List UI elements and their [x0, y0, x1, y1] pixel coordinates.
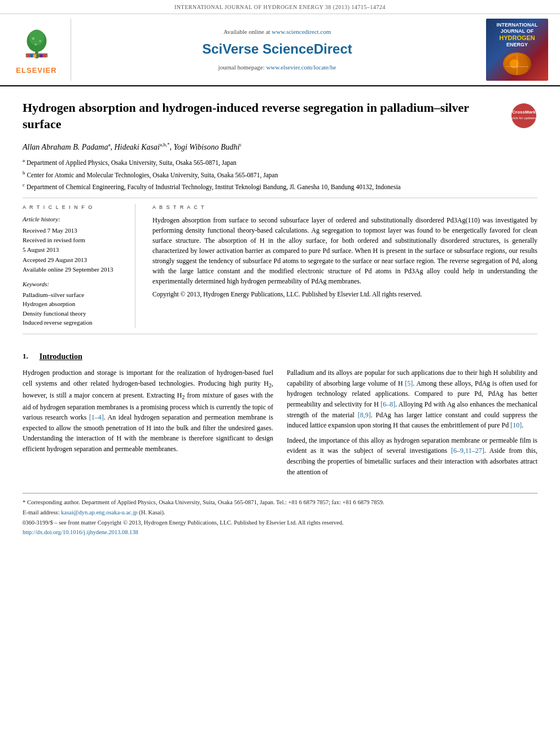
email-label: E-mail address: [23, 509, 61, 516]
body-left-col: Hydrogen production and storage is impor… [23, 368, 273, 482]
journal-center-header: Available online at www.sciencedirect.co… [78, 19, 476, 81]
journal-title-bar: INTERNATIONAL JOURNAL OF HYDROGEN ENERGY… [174, 4, 386, 10]
svg-rect-12 [43, 54, 46, 57]
corresponding-author-text: * Corresponding author. Department of Ap… [23, 499, 384, 505]
body-para-1: Hydrogen production and storage is impor… [23, 368, 273, 454]
elsevier-logo-block: ELSEVIER [9, 19, 71, 81]
author-1-sup: a [108, 142, 110, 147]
affil-1: a Department of Applied Physics, Osaka U… [23, 157, 537, 168]
doi-link[interactable]: http://dx.doi.org/10.1016/j.ijhydene.201… [23, 529, 138, 535]
svg-point-5 [34, 43, 37, 46]
abstract-label: A B S T R A C T [152, 204, 537, 211]
abstract-col: A B S T R A C T Hydrogen absorption from… [152, 204, 537, 328]
crossmark-icon: CrossMark click for updates [510, 102, 537, 129]
keyword-3: Density functional theory [23, 309, 126, 318]
history-4: Accepted 29 August 2013 [23, 256, 126, 264]
sciencedirect-url[interactable]: www.sciencedirect.com [272, 28, 331, 35]
article-title-block: CrossMark click for updates Hydrogen abs… [23, 100, 537, 134]
elsevier-tree-icon [17, 24, 56, 63]
journal-cover-image: International Journal ofHYDROGENENERGY [486, 19, 548, 81]
section-title: Introduction [40, 351, 82, 362]
authors-line: Allan Abraham B. Padamaa, Hideaki Kasaia… [23, 141, 537, 152]
main-body: 1. Introduction Hydrogen production and … [0, 340, 560, 493]
body-two-col: Hydrogen production and storage is impor… [23, 368, 537, 482]
svg-rect-11 [40, 54, 42, 57]
svg-text:CrossMark: CrossMark [512, 110, 536, 115]
svg-rect-10 [37, 54, 39, 57]
section-1-header: 1. Introduction [23, 351, 537, 362]
svg-text:click for updates: click for updates [511, 116, 536, 120]
email-suffix: (H. Kasai). [138, 509, 165, 516]
history-2: Received in revised form [23, 236, 126, 244]
svg-rect-7 [27, 54, 29, 57]
email-link[interactable]: kasai@dyn.ap.eng.osaka-u.ac.jp [61, 509, 137, 516]
elsevier-text: ELSEVIER [16, 65, 56, 76]
article-content-area: CrossMark click for updates Hydrogen abs… [0, 86, 560, 334]
abstract-text: Hydrogen absorption from surface to seco… [152, 215, 537, 286]
corresponding-author-note: * Corresponding author. Department of Ap… [23, 498, 537, 507]
article-info-col: A R T I C L E I N F O Article history: R… [23, 204, 135, 328]
cover-graphic [503, 53, 531, 75]
content-divider [23, 334, 537, 334]
issn-text: 0360-3199/$ – see front matter Copyright… [23, 519, 344, 526]
body-right-col: Palladium and its alloys are popular for… [287, 368, 537, 482]
header-divider [23, 198, 537, 198]
history-3: 5 August 2013 [23, 246, 126, 254]
history-1: Received 7 May 2013 [23, 226, 126, 235]
body-para-3: Indeed, the importance of this alloy as … [287, 435, 537, 477]
keywords-label: Keywords: [23, 280, 126, 289]
journal-cover-block: International Journal ofHYDROGENENERGY [483, 19, 551, 81]
available-online-line: Available online at www.sciencedirect.co… [224, 28, 331, 36]
affiliations-block: a Department of Applied Physics, Osaka U… [23, 157, 537, 191]
svg-point-2 [29, 29, 43, 45]
svg-point-17 [511, 103, 536, 128]
footnotes-section: * Corresponding author. Department of Ap… [23, 493, 537, 543]
keyword-1: Palladium–silver surface [23, 291, 126, 299]
journal-homepage-line: journal homepage: www.elsevier.com/locat… [218, 63, 336, 72]
svg-point-14 [510, 59, 519, 68]
section-number: 1. [23, 351, 28, 362]
available-online-prefix: Available online at [224, 28, 272, 35]
email-line: E-mail address: kasai@dyn.ap.eng.osaka-u… [23, 508, 537, 517]
issn-line: 0360-3199/$ – see front matter Copyright… [23, 518, 537, 527]
journal-header-bar: INTERNATIONAL JOURNAL OF HYDROGEN ENERGY… [0, 0, 560, 14]
affil-2: b Center for Atomic and Molecular Techno… [23, 169, 537, 180]
affil-3: c Department of Chemical Engineering, Fa… [23, 181, 537, 192]
journal-homepage-prefix: journal homepage: [218, 64, 266, 71]
abstract-copyright: Copyright © 2013, Hydrogen Energy Public… [152, 290, 537, 299]
cover-title: International Journal ofHYDROGENENERGY [489, 22, 545, 48]
doi-line: http://dx.doi.org/10.1016/j.ijhydene.201… [23, 528, 537, 537]
sciverse-logo: SciVerse ScienceDirect [202, 40, 352, 59]
article-title: Hydrogen absorption and hydrogen-induced… [23, 100, 537, 134]
svg-point-3 [32, 37, 34, 40]
keyword-2: Hydrogen absorption [23, 300, 126, 308]
journal-homepage-url[interactable]: www.elsevier.com/locate/he [266, 64, 336, 71]
publisher-header: ELSEVIER Available online at www.science… [0, 14, 560, 86]
article-info-label: A R T I C L E I N F O [23, 204, 126, 211]
svg-point-4 [39, 40, 41, 42]
author-2-name: Hideaki Kasai [114, 143, 160, 151]
author-1-name: Allan Abraham B. Padama [23, 143, 108, 151]
svg-rect-9 [33, 54, 36, 57]
history-label: Article history: [23, 215, 126, 224]
info-abstract-section: A R T I C L E I N F O Article history: R… [23, 204, 537, 328]
keyword-4: Induced reverse segregation [23, 318, 126, 327]
crossmark-block: CrossMark click for updates [510, 102, 537, 132]
svg-rect-8 [30, 54, 32, 57]
author-3-sup: c [239, 142, 242, 147]
author-2-sup: a,b,* [160, 142, 170, 147]
history-5: Available online 29 September 2013 [23, 265, 126, 274]
author-3-name: Yogi Wibisono Budhi [173, 143, 239, 151]
body-para-2: Palladium and its alloys are popular for… [287, 368, 537, 431]
